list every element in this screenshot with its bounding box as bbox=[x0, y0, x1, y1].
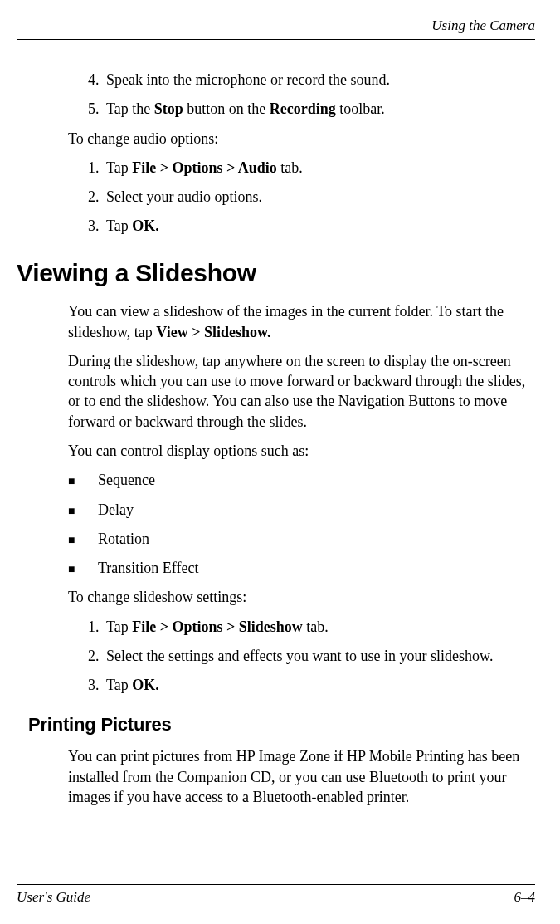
step-number: 4. bbox=[88, 70, 106, 90]
numbered-step: 1. Tap File > Options > Audio tab. bbox=[68, 158, 527, 178]
step-text: Tap OK. bbox=[106, 216, 527, 236]
numbered-step: 2. Select your audio options. bbox=[68, 187, 527, 207]
bullet-text: Rotation bbox=[98, 529, 149, 549]
numbered-step: 2. Select the settings and effects you w… bbox=[68, 646, 527, 666]
heading-printing-pictures: Printing Pictures bbox=[17, 712, 535, 737]
content-area: You can view a slideshow of the images i… bbox=[17, 301, 535, 695]
numbered-step: 3. Tap OK. bbox=[68, 675, 527, 695]
square-bullet-icon: ■ bbox=[68, 533, 98, 549]
bullet-item: ■ Rotation bbox=[68, 529, 527, 549]
step-text: Speak into the microphone or record the … bbox=[106, 70, 527, 90]
square-bullet-icon: ■ bbox=[68, 504, 98, 520]
page-header: Using the Camera bbox=[17, 17, 535, 40]
step-number: 5. bbox=[88, 99, 106, 119]
footer-page-number: 6–4 bbox=[514, 888, 536, 907]
numbered-step: 3. Tap OK. bbox=[68, 216, 527, 236]
section-title: Using the Camera bbox=[431, 17, 535, 33]
step-text: Tap the Stop button on the Recording too… bbox=[106, 99, 527, 119]
numbered-step: 5. Tap the Stop button on the Recording … bbox=[68, 99, 527, 119]
bullet-item: ■ Delay bbox=[68, 500, 527, 520]
step-text: Tap File > Options > Slideshow tab. bbox=[106, 617, 527, 637]
content-area: 4. Speak into the microphone or record t… bbox=[17, 70, 535, 237]
step-text: Tap File > Options > Audio tab. bbox=[106, 158, 527, 178]
step-number: 3. bbox=[88, 675, 106, 695]
step-number: 2. bbox=[88, 187, 106, 207]
numbered-step: 1. Tap File > Options > Slideshow tab. bbox=[68, 617, 527, 637]
step-number: 1. bbox=[88, 158, 106, 178]
paragraph: You can control display options such as: bbox=[68, 441, 527, 461]
bullet-text: Delay bbox=[98, 500, 134, 520]
bullet-text: Transition Effect bbox=[98, 558, 199, 578]
step-number: 2. bbox=[88, 646, 106, 666]
paragraph: To change audio options: bbox=[68, 129, 527, 149]
heading-viewing-slideshow: Viewing a Slideshow bbox=[17, 257, 535, 291]
step-text: Select your audio options. bbox=[106, 187, 527, 207]
page-footer: User's Guide 6–4 bbox=[17, 884, 535, 907]
step-number: 3. bbox=[88, 216, 106, 236]
paragraph: You can print pictures from HP Image Zon… bbox=[68, 746, 527, 807]
bullet-text: Sequence bbox=[98, 470, 155, 490]
paragraph: During the slideshow, tap anywhere on th… bbox=[68, 351, 527, 432]
step-number: 1. bbox=[88, 617, 106, 637]
paragraph: You can view a slideshow of the images i… bbox=[68, 301, 527, 342]
bullet-item: ■ Sequence bbox=[68, 470, 527, 490]
bullet-item: ■ Transition Effect bbox=[68, 558, 527, 578]
content-area: You can print pictures from HP Image Zon… bbox=[17, 746, 535, 807]
paragraph: To change slideshow settings: bbox=[68, 587, 527, 607]
square-bullet-icon: ■ bbox=[68, 474, 98, 490]
step-text: Tap OK. bbox=[106, 675, 527, 695]
footer-left: User's Guide bbox=[17, 888, 90, 907]
square-bullet-icon: ■ bbox=[68, 562, 98, 578]
numbered-step: 4. Speak into the microphone or record t… bbox=[68, 70, 527, 90]
step-text: Select the settings and effects you want… bbox=[106, 646, 527, 666]
